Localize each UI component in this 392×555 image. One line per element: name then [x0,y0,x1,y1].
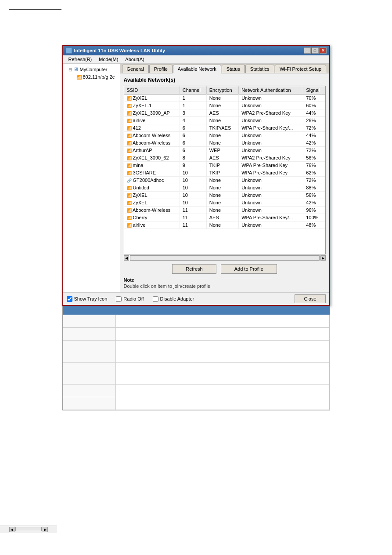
table-row[interactable]: 📶 Abocom-Wireless 11 None Unknown 96% [124,207,325,214]
menu-mode[interactable]: Mode(M) [95,56,122,63]
cell-signal: 76% [303,162,325,169]
sidebar-tree: ⊟ 🖥 MyComputer 📶 802.11n/b/g 2c [65,65,118,80]
cell-ssid: 📶 Cherry [124,214,180,221]
expand-icon: ⊟ [68,67,72,72]
tab-available-network[interactable]: Available Network [173,65,221,73]
show-tray-icon-label[interactable]: Show Tray Icon [67,296,108,302]
ref-col1 [63,328,115,341]
tab-wifi-protect-setup[interactable]: Wi-Fi Protect Setup [275,65,326,73]
wifi-signal-icon: 📶 [127,104,132,108]
radio-off-label[interactable]: Radio Off [116,296,144,302]
table-row[interactable]: 📶 airlive 4 None Unknown 26% [124,117,325,124]
ref-col1 [63,397,115,410]
adapter-label: 802.11n/b/g 2c [83,74,115,80]
add-to-profile-button[interactable]: Add to Profile [221,264,277,274]
ref-table [63,315,330,410]
table-row[interactable]: 📶 Cherry 11 AES WPA Pre-Shared Key/... 1… [124,214,325,221]
sidebar-item-adapter[interactable]: 📶 802.11n/b/g 2c [76,73,118,80]
table-row[interactable]: 📶 3GSHARE 10 TKIP WPA Pre-Shared Key 62% [124,169,325,177]
table-row[interactable]: 📶 Untitled 10 None Unknown 88% [124,184,325,192]
scroll-right-btn[interactable]: ▶ [320,255,326,261]
wifi-signal-icon: 🔗 [127,178,132,183]
table-row[interactable]: 📶 ZyXEL 10 None Unknown 56% [124,192,325,199]
tab-status[interactable]: Status [222,65,245,73]
cell-channel: 6 [180,139,206,147]
cell-auth: Unknown [239,221,303,229]
cell-signal: 70% [303,94,325,102]
table-row[interactable]: 📶 Abocom-Wireless 6 None Unknown 44% [124,132,325,139]
table-row[interactable]: 📶 Abocom-Wireless 6 None Unknown 42% [124,139,325,147]
mycomputer-label: MyComputer [80,67,108,72]
table-row[interactable]: 📶 ZyXEL-1 1 None Unknown 60% [124,102,325,109]
show-tray-icon-checkbox[interactable] [67,296,72,302]
ref-table-row [63,397,329,410]
cell-encryption: WEP [206,147,238,154]
disable-adapter-label[interactable]: Disable Adapter [153,296,194,302]
table-row[interactable]: 📶 ZyXEL_3090_62 8 AES WPA2 Pre-Shared Ke… [124,154,325,162]
refresh-button[interactable]: Refresh [172,264,216,274]
scroll-left-btn[interactable]: ◀ [124,255,129,261]
note-text: Double click on item to join/create prof… [124,283,326,289]
cell-signal: 48% [303,221,325,229]
bottom-table [62,306,330,410]
network-table-container[interactable]: SSID Channel Encryption Network Authenti… [124,86,326,254]
window-title: Intelligent 11n USB Wireless LAN Utility [74,48,165,53]
cell-ssid: 📶 Untitled [124,184,180,192]
cell-auth: Unknown [239,102,303,109]
restore-button[interactable]: □ [312,47,319,54]
table-row[interactable]: 📶 airlive 11 None Unknown 48% [124,221,325,229]
cell-signal: 56% [303,154,325,162]
cell-encryption: None [206,192,238,199]
minimize-button[interactable]: _ [304,47,311,54]
col-channel: Channel [180,86,206,94]
cell-channel: 10 [180,169,206,177]
cell-encryption: AES [206,154,238,162]
cell-channel: 11 [180,207,206,214]
table-row[interactable]: 📶 ZyXEL 10 None Unknown 42% [124,199,325,207]
wifi-signal-icon: 📶 [127,119,132,123]
cell-ssid: 📶 airlive [124,117,180,124]
cell-encryption: None [206,207,238,214]
tab-profile[interactable]: Profile [149,65,173,73]
table-row[interactable]: 📶 412 6 TKIP/AES WPA Pre-Shared Key/... … [124,124,325,132]
scroll-track-h[interactable] [130,255,320,261]
sidebar-item-mycomputer[interactable]: ⊟ 🖥 MyComputer [68,65,118,73]
cell-auth: Unknown [239,184,303,192]
title-bar: Intelligent 11n USB Wireless LAN Utility… [63,46,329,55]
cell-signal: 62% [303,169,325,177]
page-divider [9,9,61,10]
table-row[interactable]: 🔗 GT2000Adhoc 10 None Unknown 72% [124,177,325,184]
wifi-adapter-icon: 📶 [76,75,82,80]
tab-statistics[interactable]: Statistics [245,65,274,73]
wifi-signal-icon: 📶 [127,141,132,145]
cell-ssid: 📶 ZyXEL [124,199,180,207]
tab-bar: General Profile Available Network Status… [120,64,329,73]
title-controls: _ □ ✕ [304,47,327,54]
disable-adapter-checkbox[interactable] [153,296,158,302]
menu-refresh[interactable]: Refresh(R) [65,56,96,63]
close-button[interactable]: Close [295,294,325,303]
cell-auth: Unknown [239,94,303,102]
cell-ssid: 📶 ArthurAP [124,147,180,154]
tab-general[interactable]: General [122,65,149,73]
menu-about[interactable]: About(A) [122,56,147,63]
table-row[interactable]: 📶 ArthurAP 6 WEP Unknown 72% [124,147,325,154]
table-row[interactable]: 📶 mina 9 TKIP WPA Pre-Shared Key 76% [124,162,325,169]
cell-auth: Unknown [239,147,303,154]
close-window-button[interactable]: ✕ [320,47,327,54]
cell-channel: 9 [180,162,206,169]
table-row[interactable]: 📶 ZyXEL_3090_AP 3 AES WPA2 Pre-Shared Ke… [124,109,325,117]
wifi-signal-icon: 📶 [127,149,132,153]
cell-encryption: None [206,132,238,139]
ref-col2 [115,397,329,410]
cell-ssid: 📶 airlive [124,221,180,229]
title-bar-left: Intelligent 11n USB Wireless LAN Utility [66,47,165,54]
wifi-signal-icon: 📶 [127,201,132,205]
cell-channel: 6 [180,124,206,132]
panel-content: Available Network(s) SSID Channel Encryp… [120,73,329,292]
radio-off-checkbox[interactable] [116,296,122,302]
ref-col1 [63,385,115,397]
table-row[interactable]: 📶 ZyXEL 1 None Unknown 70% [124,94,325,102]
bottom-table-header [63,306,330,315]
ref-col2 [115,385,329,397]
